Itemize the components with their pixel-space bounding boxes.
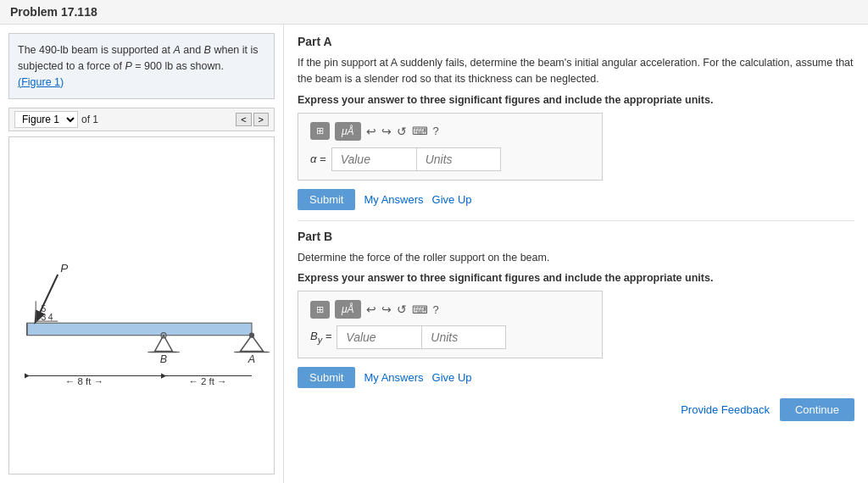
problem-description: The 490-lb beam is supported at A and B … <box>8 33 275 99</box>
part-b-keyboard-icon[interactable]: ⌨ <box>412 303 428 316</box>
part-a-my-answers-button[interactable]: My Answers <box>364 193 423 206</box>
part-b-refresh-icon[interactable]: ↺ <box>397 303 407 316</box>
part-b-value-input[interactable] <box>337 325 421 349</box>
figure-selector[interactable]: Figure 1 <box>14 111 78 128</box>
svg-text:5: 5 <box>41 304 46 314</box>
problem-title: Problem 17.118 <box>0 0 868 25</box>
b-label: B <box>160 353 167 365</box>
part-a-instruction: Express your answer to three significant… <box>298 94 854 106</box>
part-b-instruction: Express your answer to three significant… <box>298 272 854 284</box>
dim1-label: ← 8 ft → <box>65 376 103 386</box>
dim2-label: ← 2 ft → <box>188 376 226 386</box>
a-label: A <box>248 353 255 365</box>
provide-feedback-button[interactable]: Provide Feedback <box>681 403 770 416</box>
part-b-redo-icon[interactable]: ↪ <box>381 303 392 316</box>
svg-rect-0 <box>27 323 252 336</box>
part-b-undo-icon[interactable]: ↩ <box>366 303 376 316</box>
part-a-mu-button[interactable]: μÅ <box>335 122 361 141</box>
part-b-my-answers-button[interactable]: My Answers <box>364 371 423 384</box>
figure-control-bar: Figure 1 of 1 < > <box>8 108 275 131</box>
part-b-grid-button[interactable]: ⊞ <box>310 301 330 319</box>
part-a-description: If the pin support at A suddenly fails, … <box>298 55 854 87</box>
part-a-toolbar: ⊞ μÅ ↩ ↪ ↺ ⌨ ? <box>310 122 590 141</box>
p-label: P <box>60 262 68 275</box>
problem-text: The 490-lb beam is supported at A and B … <box>18 44 259 72</box>
part-b-description: Determine the force of the roller suppor… <box>298 250 854 266</box>
figure-of-label: of 1 <box>81 114 98 125</box>
part-b-give-up-button[interactable]: Give Up <box>432 371 472 384</box>
part-b-submit-button[interactable]: Submit <box>298 367 355 388</box>
bottom-actions: Provide Feedback Continue <box>298 398 854 421</box>
part-a-title: Part A <box>298 35 854 48</box>
svg-text:3: 3 <box>41 313 46 322</box>
svg-text:4: 4 <box>48 313 53 322</box>
part-b-answer-box: ⊞ μÅ ↩ ↪ ↺ ⌨ ? By = <box>298 291 603 358</box>
part-a-redo-icon[interactable]: ↪ <box>381 125 392 138</box>
part-a-submit-button[interactable]: Submit <box>298 189 355 210</box>
continue-button[interactable]: Continue <box>780 398 854 421</box>
part-b-toolbar: ⊞ μÅ ↩ ↪ ↺ ⌨ ? <box>310 300 590 319</box>
part-b-mu-button[interactable]: μÅ <box>335 300 361 319</box>
part-b-units-input[interactable] <box>421 325 506 349</box>
part-a-input-label: α = <box>310 153 326 165</box>
right-panel: Part A If the pin support at A suddenly … <box>284 25 868 483</box>
svg-point-12 <box>249 333 254 338</box>
part-a-value-input[interactable] <box>331 147 416 171</box>
part-a-give-up-button[interactable]: Give Up <box>432 193 472 206</box>
left-panel: The 490-lb beam is supported at A and B … <box>0 25 284 483</box>
part-a-input-row: α = <box>310 147 590 171</box>
part-a-action-row: Submit My Answers Give Up <box>298 189 854 210</box>
part-a-grid-button[interactable]: ⊞ <box>310 122 330 140</box>
part-b-title: Part B <box>298 230 854 243</box>
part-b-input-label: By = <box>310 330 331 345</box>
part-b-help-icon[interactable]: ? <box>433 303 439 316</box>
part-a-undo-icon[interactable]: ↩ <box>366 125 376 138</box>
figure-next-button[interactable]: > <box>253 113 269 126</box>
figure-link[interactable]: (Figure 1) <box>18 76 64 88</box>
figure-prev-button[interactable]: < <box>236 113 251 126</box>
svg-line-1 <box>36 275 58 321</box>
part-b-action-row: Submit My Answers Give Up <box>298 367 854 388</box>
part-a-units-input[interactable] <box>416 147 501 171</box>
part-divider <box>298 220 854 221</box>
figure-svg: P 5 3 4 B A ← 8 ft → <box>9 137 274 474</box>
part-a-refresh-icon[interactable]: ↺ <box>397 125 407 138</box>
part-a-help-icon[interactable]: ? <box>433 125 439 137</box>
part-a-keyboard-icon[interactable]: ⌨ <box>412 125 428 137</box>
part-b-input-row: By = <box>310 325 590 349</box>
figure-area: P 5 3 4 B A ← 8 ft → <box>8 136 275 475</box>
part-a-answer-box: ⊞ μÅ ↩ ↪ ↺ ⌨ ? α = <box>298 113 603 180</box>
